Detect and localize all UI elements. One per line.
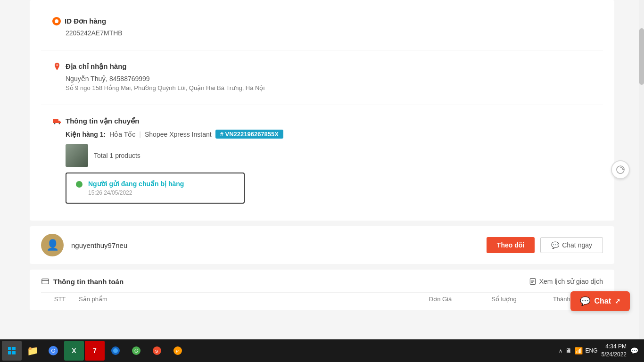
payment-card: Thông tin thanh toán Xem lịch sử giao dị… bbox=[30, 270, 614, 310]
svg-text:P: P bbox=[176, 349, 179, 354]
kien-hang-label: Kiện hàng 1: bbox=[66, 131, 106, 138]
chat-icon-small: 💬 bbox=[551, 241, 559, 249]
system-tray: ∧ 🖥 📶 ENG bbox=[559, 347, 598, 354]
floating-circle-button[interactable] bbox=[611, 160, 630, 179]
floating-chat-button[interactable]: 💬 Chat ⤢ bbox=[570, 291, 630, 311]
page-wrapper: ID Đơn hàng 2205242AE7MTHB Địa chỉ nhận … bbox=[30, 0, 614, 310]
total-products: Total 1 products bbox=[94, 152, 140, 159]
location-icon bbox=[52, 62, 62, 71]
clock-time: 4:34 PM bbox=[602, 343, 627, 351]
clock-date: 5/24/2022 bbox=[602, 351, 627, 359]
svg-text:S: S bbox=[155, 349, 158, 354]
taskbar-start-button[interactable] bbox=[2, 341, 22, 361]
svg-rect-14 bbox=[12, 351, 16, 354]
kien-hang-row: Kiện hàng 1: Hỏa Tốc | Shopee Xpress Ins… bbox=[66, 130, 592, 139]
svg-point-1 bbox=[54, 123, 56, 124]
svg-rect-13 bbox=[8, 351, 11, 354]
seller-name: nguyenthuy97neu bbox=[71, 241, 479, 249]
chat-ngay-label: Chat ngay bbox=[562, 241, 592, 249]
col-stt: STT bbox=[41, 296, 79, 303]
taskbar-clock[interactable]: 4:34 PM 5/24/2022 bbox=[602, 343, 627, 359]
floating-chat-expand-icon[interactable]: ⤢ bbox=[615, 297, 620, 305]
shipping-section: Thông tin vận chuyển Kiện hàng 1: Hỏa Tố… bbox=[41, 109, 603, 211]
svg-text:G: G bbox=[134, 348, 138, 354]
status-box: Người gửi đang chuẩn bị hàng 15:26 24/05… bbox=[66, 173, 245, 204]
taskbar-blue-icon[interactable] bbox=[106, 341, 125, 361]
taskbar-notification[interactable]: 💬 bbox=[630, 347, 638, 354]
shipping-type: Hỏa Tốc bbox=[109, 131, 135, 138]
svg-rect-3 bbox=[42, 279, 49, 284]
tray-network-icon: 🖥 bbox=[565, 347, 572, 354]
taskbar: 📁 X 7 G bbox=[0, 339, 644, 362]
address-title: Địa chỉ nhận hàng bbox=[66, 62, 127, 71]
xem-lich-su-button[interactable]: Xem lịch sử giao dịch bbox=[529, 278, 603, 285]
taskbar-paint-icon[interactable]: P bbox=[168, 341, 188, 361]
windows-icon bbox=[7, 346, 17, 355]
chat-ngay-button[interactable]: 💬 Chat ngay bbox=[540, 237, 603, 253]
floating-chat-label: Chat bbox=[594, 297, 611, 305]
table-header: STT Sản phẩm Đơn Giá Số lượng Thành tiền bbox=[41, 292, 603, 305]
address-name: Nguyễn Thuỷ, 84588769999 bbox=[66, 75, 592, 82]
svg-rect-0 bbox=[53, 119, 58, 123]
svg-rect-12 bbox=[12, 347, 16, 350]
taskbar-icons: 📁 X 7 G bbox=[2, 341, 559, 361]
payment-title: Thông tin thanh toán bbox=[41, 277, 124, 286]
taskbar-shopee-icon[interactable]: S bbox=[147, 341, 167, 361]
paint-icon: P bbox=[173, 346, 183, 356]
divider-2 bbox=[41, 105, 603, 105]
main-content: ID Đơn hàng 2205242AE7MTHB Địa chỉ nhận … bbox=[0, 0, 644, 339]
tray-lang-label[interactable]: ENG bbox=[586, 347, 598, 354]
history-icon bbox=[529, 278, 537, 285]
theo-doi-button[interactable]: Theo dõi bbox=[487, 237, 535, 253]
separator: | bbox=[139, 131, 141, 138]
svg-point-17 bbox=[52, 349, 55, 352]
scrollbar[interactable] bbox=[639, 0, 644, 339]
svg-point-19 bbox=[113, 348, 118, 353]
address-header: Địa chỉ nhận hàng bbox=[52, 62, 592, 71]
floating-chat-icon: 💬 bbox=[580, 296, 590, 306]
taskbar-right: ∧ 🖥 📶 ENG 4:34 PM 5/24/2022 💬 bbox=[559, 343, 642, 359]
green-app-icon: G bbox=[131, 346, 141, 356]
col-don-gia: Đơn Giá bbox=[405, 296, 476, 303]
xem-lich-su-label: Xem lịch sử giao dịch bbox=[539, 278, 603, 285]
taskbar-chrome-icon[interactable] bbox=[43, 341, 63, 361]
payment-header-row: Thông tin thanh toán Xem lịch sử giao dị… bbox=[41, 277, 603, 286]
status-text-block: Người gửi đang chuẩn bị hàng 15:26 24/05… bbox=[88, 180, 184, 196]
chrome-icon bbox=[48, 346, 58, 356]
taskbar-explorer-icon[interactable]: 📁 bbox=[23, 341, 42, 361]
status-dot bbox=[76, 181, 83, 188]
browser-icon bbox=[110, 346, 121, 356]
status-time: 15:26 24/05/2022 bbox=[88, 189, 184, 196]
tray-arrow[interactable]: ∧ bbox=[559, 348, 562, 354]
payment-title-text: Thông tin thanh toán bbox=[53, 278, 124, 286]
scrollbar-thumb[interactable] bbox=[639, 28, 644, 85]
taskbar-red-icon[interactable]: 7 bbox=[85, 341, 105, 361]
order-id-icon bbox=[52, 17, 61, 25]
order-id-value: 2205242AE7MTHB bbox=[66, 29, 592, 37]
taskbar-excel-icon[interactable]: X bbox=[64, 341, 84, 361]
order-id-header: ID Đơn hàng bbox=[52, 17, 592, 25]
address-section: Địa chỉ nhận hàng Nguyễn Thuỷ, 845887699… bbox=[41, 54, 603, 101]
tracking-badge[interactable]: # VN222196267855X bbox=[215, 130, 283, 139]
shipping-icon bbox=[52, 116, 62, 126]
shipping-header: Thông tin vận chuyển bbox=[52, 116, 592, 126]
taskbar-green-icon[interactable]: G bbox=[126, 341, 146, 361]
order-id-title: ID Đơn hàng bbox=[65, 17, 106, 25]
svg-point-2 bbox=[59, 123, 60, 124]
col-so-luong: Số lượng bbox=[476, 296, 532, 303]
address-detail: Số 9 ngõ 158 Hồng Mai, Phường Quỳnh Lôi,… bbox=[66, 84, 592, 91]
shipping-title: Thông tin vận chuyển bbox=[66, 117, 139, 125]
order-id-section: ID Đơn hàng 2205242AE7MTHB bbox=[41, 9, 603, 46]
payment-icon bbox=[41, 277, 50, 286]
col-san-pham: Sản phẩm bbox=[79, 296, 405, 303]
order-detail-card: ID Đơn hàng 2205242AE7MTHB Địa chỉ nhận … bbox=[30, 0, 614, 221]
seller-card: nguyenthuy97neu Theo dõi 💬 Chat ngay bbox=[30, 226, 614, 264]
seller-avatar bbox=[41, 234, 64, 256]
seller-actions: Theo dõi 💬 Chat ngay bbox=[487, 237, 603, 253]
divider-1 bbox=[41, 50, 603, 50]
product-thumbnail-row: Total 1 products bbox=[66, 144, 592, 167]
shopee-icon: S bbox=[152, 346, 162, 356]
refresh-circle-icon bbox=[616, 165, 625, 174]
tray-wifi-icon: 📶 bbox=[575, 347, 583, 354]
svg-rect-11 bbox=[8, 347, 11, 350]
